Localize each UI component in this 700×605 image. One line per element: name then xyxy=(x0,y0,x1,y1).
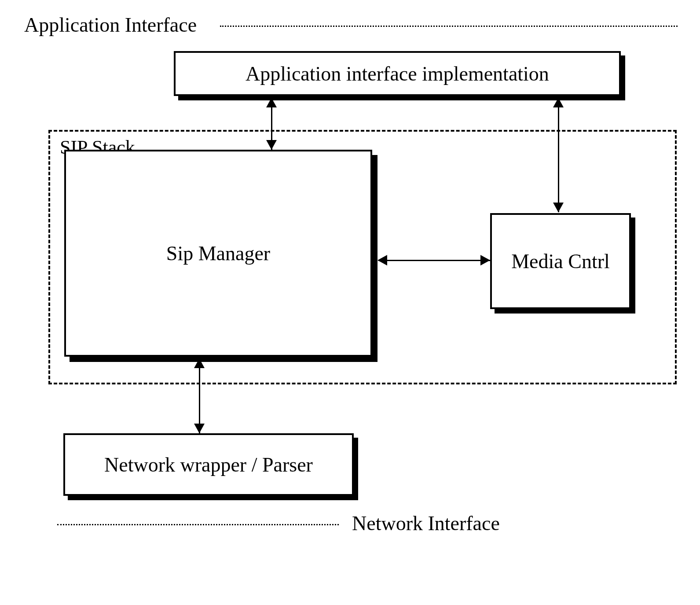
sip-manager-box: Sip Manager xyxy=(64,150,372,357)
network-interface-label: Network Interface xyxy=(352,512,500,535)
media-cntrl-box: Media Cntrl xyxy=(490,213,631,309)
diagram-canvas: Application Interface Application interf… xyxy=(0,0,700,605)
application-interface-divider xyxy=(220,26,678,27)
app-impl-text: Application interface implementation xyxy=(246,62,549,85)
network-wrapper-box: Network wrapper / Parser xyxy=(63,433,354,496)
arrow-sipmanager-mediacntrl xyxy=(378,260,490,261)
arrowhead-appimpl-up xyxy=(266,98,277,107)
sip-manager-text: Sip Manager xyxy=(166,242,270,265)
network-wrapper-text: Network wrapper / Parser xyxy=(104,453,313,476)
network-interface-divider xyxy=(57,524,339,525)
arrowhead-networkwrapper-down xyxy=(194,424,205,433)
arrow-sipmanager-networkwrapper xyxy=(199,358,200,433)
media-cntrl-text: Media Cntrl xyxy=(511,250,610,273)
arrowhead-sipmanager-left xyxy=(377,255,387,266)
arrowhead-mediacntrl-right xyxy=(480,255,490,266)
arrowhead-appimpl-mediacntrl-up xyxy=(553,98,564,107)
app-impl-box: Application interface implementation xyxy=(174,51,621,96)
application-interface-label: Application Interface xyxy=(24,13,197,37)
arrowhead-sipmanager-up xyxy=(194,358,205,368)
